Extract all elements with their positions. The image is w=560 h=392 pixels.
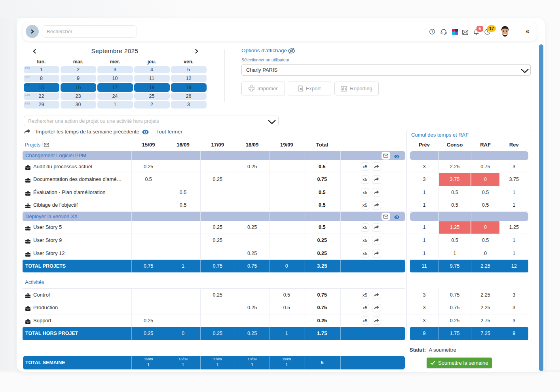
svg-text:?: ?: [431, 30, 433, 34]
